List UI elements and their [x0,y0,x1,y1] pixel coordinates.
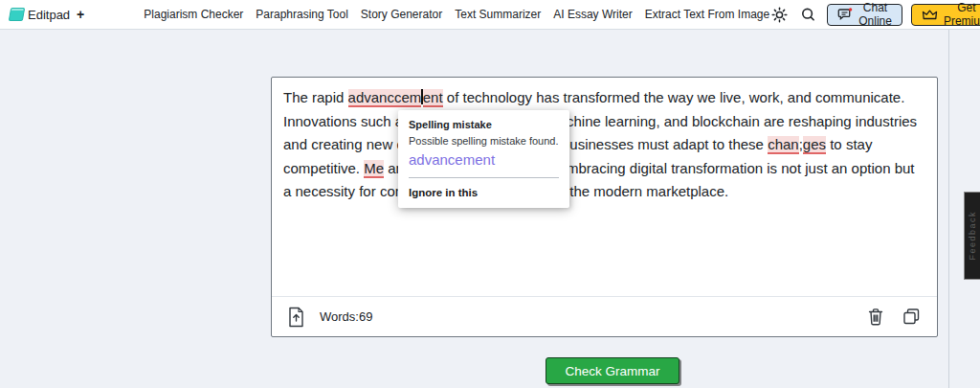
nav-link-paraphrasing-tool[interactable]: Paraphrasing Tool [256,8,348,21]
upload-file-button[interactable] [285,305,307,330]
ignore-link[interactable]: Ignore in this [409,187,559,198]
tooltip-title: Spelling mistake [409,119,559,130]
editpad-logo[interactable]: Editpad + [10,7,84,22]
nav-link-ai-essay-writer[interactable]: AI Essay Writer [553,8,632,21]
get-premium-button[interactable]: Get Premium [911,4,980,26]
spelling-suggestion-tooltip: Spelling mistake Possible spelling mista… [398,110,569,208]
nav-link-plagiarism-checker[interactable]: Plagiarism Checker [144,8,243,21]
more-tools-plus[interactable]: + [77,7,84,22]
feedback-tab[interactable]: Feedback [964,192,980,280]
delete-text-button[interactable] [864,305,887,329]
scrollbar-divider [948,30,949,388]
upload-file-icon [287,307,305,328]
feedback-tab-label: Feedback [968,211,977,261]
search-icon [800,7,816,23]
misspelled-word[interactable]: ges [803,136,826,154]
misspelled-word[interactable]: chan [768,136,799,154]
copy-text-button[interactable] [900,305,924,329]
editor-text[interactable]: The rapid advanccement of technology has… [272,78,937,296]
get-premium-label: Get Premium [944,1,980,28]
check-grammar-button[interactable]: Check Grammar [546,357,679,384]
crown-icon [922,9,938,21]
search-button[interactable] [798,5,818,25]
header-actions: Chat Online Get Premium Login [769,4,980,26]
misspelled-word[interactable]: Me [364,160,384,178]
theme-toggle-button[interactable] [769,5,790,25]
misspelled-word[interactable]: advanccem [348,89,422,107]
text-segment: The rapid [283,89,348,105]
word-count: Words:69 [320,309,372,324]
sun-icon [771,7,788,23]
editor-stats-bar: Words:69 [272,296,937,336]
copy-icon [902,307,922,327]
nav-link-text-summarizer[interactable]: Text Summarizer [455,8,541,21]
header: Editpad + Plagiarism CheckerParaphrasing… [0,0,980,30]
tooltip-description: Possible spelling mistake found. [409,135,559,147]
nav-link-story-generator[interactable]: Story Generator [361,8,442,21]
misspelled-word[interactable]: ent [423,89,443,107]
editor-box: The rapid advanccement of technology has… [271,77,938,337]
stats-right-icons [864,305,924,329]
nav-link-extract-text-from-image[interactable]: Extract Text From Image [645,8,769,21]
chat-online-button[interactable]: Chat Online [827,4,902,26]
editpad-logo-text: Editpad [28,8,70,22]
chat-bubble-icon [837,8,853,21]
chat-online-label: Chat Online [858,1,892,28]
main-nav: Plagiarism CheckerParaphrasing ToolStory… [144,8,769,21]
editpad-logo-icon [9,8,25,21]
suggestion-link[interactable]: advancement [409,147,559,178]
trash-icon [866,307,885,327]
